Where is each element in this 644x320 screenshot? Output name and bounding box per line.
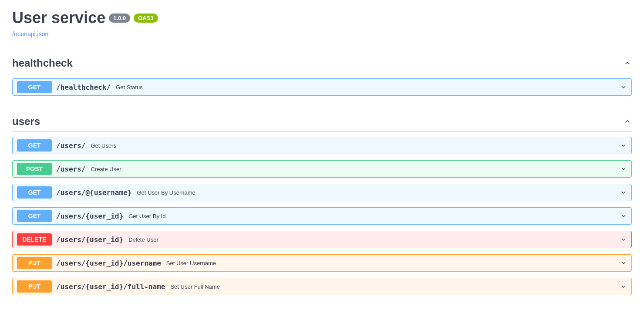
api-header: User service 1.0.0 OAS3 bbox=[12, 9, 632, 27]
chevron-down-icon bbox=[620, 212, 627, 219]
api-title: User service bbox=[12, 9, 105, 27]
chevron-down-icon bbox=[620, 259, 627, 266]
operation-path: /healthcheck/ bbox=[56, 83, 111, 91]
operation-summary: Get Status bbox=[116, 84, 142, 91]
operation-path: /users/@{username} bbox=[56, 189, 131, 197]
chevron-down-icon bbox=[620, 165, 627, 172]
method-badge: DELETE bbox=[17, 233, 52, 246]
operation-list: GET/users/Get UsersPOST/users/Create Use… bbox=[12, 137, 632, 295]
method-badge: PUT bbox=[17, 280, 52, 293]
operation-summary: Get User By Username bbox=[137, 189, 195, 196]
method-badge: PUT bbox=[17, 257, 52, 269]
operation-row[interactable]: POST/users/Create User bbox=[12, 160, 632, 178]
operation-path: /users/ bbox=[56, 165, 85, 173]
method-badge: GET bbox=[17, 81, 52, 93]
operation-path: /users/{user_id} bbox=[56, 236, 123, 244]
operation-path: /users/{user_id}/username bbox=[56, 259, 161, 267]
operation-row[interactable]: GET/users/{user_id}Get User By Id bbox=[12, 207, 632, 225]
operation-list: GET/healthcheck/Get Status bbox=[12, 78, 632, 96]
tag-name: users bbox=[12, 115, 40, 128]
chevron-up-icon bbox=[623, 117, 632, 126]
chevron-down-icon bbox=[620, 142, 627, 149]
operation-row[interactable]: DELETE/users/{user_id}Delete User bbox=[12, 231, 632, 248]
operation-path: /users/{user_id} bbox=[56, 212, 123, 220]
operation-path: /users/{user_id}/full-name bbox=[56, 283, 165, 291]
chevron-down-icon bbox=[620, 283, 627, 290]
operation-summary: Set User Full Name bbox=[170, 283, 219, 290]
operation-row[interactable]: GET/users/Get Users bbox=[12, 137, 632, 154]
chevron-down-icon bbox=[620, 189, 627, 196]
operation-summary: Set User Username bbox=[166, 260, 216, 266]
operation-summary: Get Users bbox=[91, 142, 116, 149]
operation-row[interactable]: GET/healthcheck/Get Status bbox=[12, 78, 632, 96]
chevron-down-icon bbox=[620, 236, 627, 243]
tag-section-healthcheck: healthcheckGET/healthcheck/Get Status bbox=[12, 57, 632, 96]
method-badge: GET bbox=[17, 139, 52, 152]
tag-header[interactable]: users bbox=[12, 115, 632, 131]
chevron-up-icon bbox=[623, 59, 632, 67]
operation-row[interactable]: PUT/users/{user_id}/usernameSet User Use… bbox=[12, 254, 632, 272]
method-badge: GET bbox=[17, 210, 52, 222]
tag-section-users: usersGET/users/Get UsersPOST/users/Creat… bbox=[12, 115, 632, 295]
operation-path: /users/ bbox=[56, 141, 85, 150]
method-badge: GET bbox=[17, 186, 52, 199]
method-badge: POST bbox=[17, 163, 52, 175]
operation-summary: Delete User bbox=[128, 236, 158, 243]
operation-row[interactable]: PUT/users/{user_id}/full-nameSet User Fu… bbox=[12, 278, 632, 295]
operation-summary: Create User bbox=[91, 166, 121, 172]
version-badge: 1.0.0 bbox=[109, 13, 130, 23]
chevron-down-icon bbox=[620, 84, 627, 91]
tag-header[interactable]: healthcheck bbox=[12, 57, 632, 73]
spec-link[interactable]: /openapi.json bbox=[12, 30, 632, 37]
oas-badge: OAS3 bbox=[134, 13, 158, 23]
operation-row[interactable]: GET/users/@{username}Get User By Usernam… bbox=[12, 184, 632, 201]
tag-name: healthcheck bbox=[12, 57, 73, 69]
operation-summary: Get User By Id bbox=[128, 213, 165, 219]
